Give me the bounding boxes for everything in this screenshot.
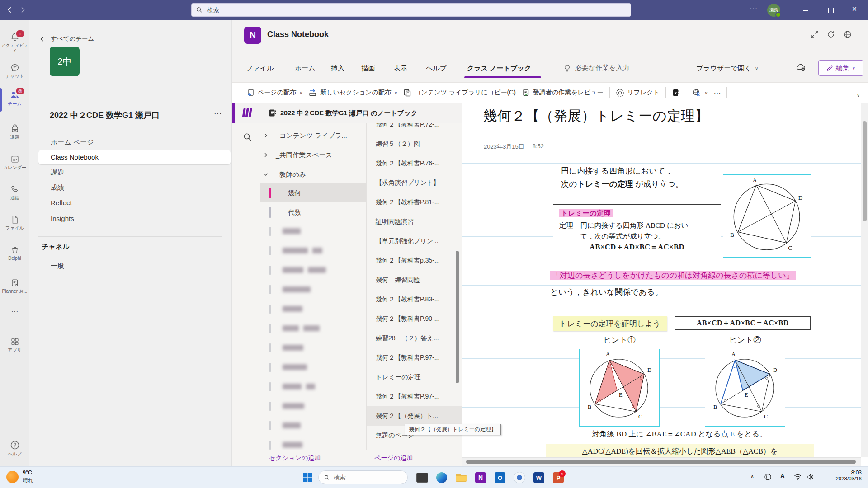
clock[interactable]: 8:03 2023/03/16 [826, 469, 862, 481]
page-list-item[interactable]: 幾何２【教科書P.72-... [367, 123, 462, 134]
immersive-reader-button[interactable]: ∨ [692, 89, 708, 97]
tray-network-icon[interactable] [764, 473, 772, 481]
sidebar-item-reflect[interactable]: Reflect [38, 196, 231, 210]
section-tab-redacted[interactable] [260, 300, 366, 319]
expand-icon[interactable] [811, 30, 819, 38]
sidebar-item-grades[interactable]: 成績 [38, 180, 231, 195]
page-list-item[interactable]: 幾何２【教科書P.76-... [367, 154, 462, 173]
rail-item-delphi[interactable]: Delphi [0, 245, 29, 261]
rail-item-calls[interactable]: 通話 [0, 184, 29, 200]
rail-item-help[interactable]: ヘルプ [0, 440, 29, 456]
page-list-item[interactable]: 証明問題演習 [367, 212, 462, 231]
rail-item-chat[interactable]: チャット [0, 63, 29, 79]
taskbar-app-skype[interactable] [512, 470, 527, 485]
tab-home[interactable]: ホーム [295, 62, 316, 74]
scrollbar-thumb[interactable] [863, 121, 867, 221]
tab-file[interactable]: ファイル [246, 62, 274, 74]
page-list-item[interactable]: 幾何２【教科書P.90-... [367, 309, 462, 328]
library-icon[interactable] [241, 108, 253, 118]
toolbar-more-icon[interactable]: ⋯ [713, 89, 721, 97]
page-list-item[interactable]: 【単元別強化プリン... [367, 231, 462, 251]
taskbar-app-onenote[interactable]: N [473, 470, 488, 485]
copy-to-content-library-button[interactable]: コンテンツ ライブラリにコピー(C) [403, 89, 516, 97]
weather-temperature[interactable]: 9°C [23, 469, 32, 476]
avatar[interactable]: 瀬義 [767, 4, 780, 17]
tell-me-box[interactable]: 必要な作業を入力 [563, 64, 630, 72]
sync-status-icon[interactable] [796, 63, 806, 72]
rail-item-apps[interactable]: アプリ [0, 337, 29, 352]
edit-button[interactable]: 編集 ∨ [818, 60, 863, 76]
taskbar-search-input[interactable] [333, 474, 402, 481]
taskbar-app-task-view[interactable] [415, 470, 429, 485]
rail-item-activity[interactable]: アクティビティ 1 [0, 32, 29, 53]
rail-item-planner[interactable]: Planner お... [0, 278, 29, 294]
horizontal-scrollbar[interactable] [462, 457, 861, 466]
weather-sun-icon[interactable] [6, 471, 19, 483]
section-tab-redacted[interactable] [260, 241, 366, 260]
all-teams-back[interactable]: すべてのチーム [39, 35, 94, 43]
close-icon[interactable]: ✕ [852, 5, 857, 13]
tab-draw[interactable]: 描画 [361, 62, 375, 74]
page-list-item-selected[interactable]: 幾何２【（発展）ト... [367, 406, 462, 426]
rail-more-icon[interactable]: ⋯ [0, 307, 29, 315]
taskbar-app-outlook[interactable]: O [493, 470, 507, 485]
notebook-view-button[interactable] [672, 89, 680, 97]
section-group-collab-space[interactable]: _共同作業スペース [260, 145, 366, 164]
rail-item-teams[interactable]: チーム @ [0, 89, 29, 106]
sidebar-item-home-page[interactable]: ホーム ページ [38, 135, 231, 150]
distribute-page-button[interactable]: ページの配布 ∨ [246, 89, 302, 97]
section-tab-redacted[interactable] [260, 338, 366, 357]
rail-item-files[interactable]: ファイル [0, 215, 29, 230]
sidebar-item-assignments[interactable]: 課題 [38, 165, 231, 179]
taskbar-search-box[interactable] [318, 470, 408, 484]
page-list-item[interactable]: 練習５（２）図 [367, 134, 462, 154]
page-canvas[interactable]: 幾何２【（発展）トレミーの定理】 2023年3月15日8:52 円に内接する四角… [462, 103, 868, 466]
vertical-scrollbar[interactable] [861, 103, 868, 457]
rail-item-assignments[interactable]: 課題 [0, 124, 29, 140]
tab-view[interactable]: 表示 [394, 62, 407, 74]
collapse-ribbon-icon[interactable]: ∨ [857, 93, 860, 98]
page-list-item[interactable]: 幾何２【教科書P.97-... [367, 348, 462, 367]
tab-class-notebook[interactable]: クラス ノートブック [467, 62, 531, 74]
maximize-icon[interactable] [828, 8, 834, 13]
taskbar-app-word[interactable]: W [532, 470, 546, 485]
section-tab-redacted[interactable] [260, 261, 366, 280]
review-student-work-button[interactable]: 受講者の作業をレビュー [522, 89, 604, 97]
section-tab-redacted[interactable] [260, 358, 366, 377]
reflect-button[interactable]: リフレクト [616, 89, 660, 97]
taskbar-app-edge[interactable] [434, 470, 449, 485]
sidebar-item-class-notebook[interactable]: Class Notebook [38, 150, 231, 164]
back-icon[interactable] [6, 6, 14, 14]
page-list-item[interactable]: 幾何２【教科書P.81-... [367, 192, 462, 212]
page-list-item[interactable]: 幾何２【教科書P.83-... [367, 290, 462, 309]
taskbar-app-powerpoint[interactable]: P 1 [551, 470, 566, 485]
refresh-icon[interactable] [827, 30, 835, 38]
globe-icon[interactable] [844, 30, 852, 38]
add-section-button[interactable]: セクションの追加 [269, 454, 321, 462]
add-page-button[interactable]: ページの追加 [374, 454, 413, 462]
team-options-icon[interactable]: ⋯ [214, 109, 222, 118]
page-list-item[interactable]: トレミーの定理 [367, 367, 462, 387]
section-tab-redacted[interactable] [260, 222, 366, 241]
section-tab-redacted[interactable] [260, 416, 366, 435]
page-list-item[interactable]: 幾何２【教科書p.35-... [367, 251, 462, 270]
open-in-browser-button[interactable]: ブラウザーで開く ∨ [696, 64, 758, 73]
minimize-icon[interactable] [803, 10, 808, 11]
search-input[interactable] [206, 6, 626, 14]
page-title[interactable]: 幾何２【（発展）トレミーの定理】 [483, 107, 709, 126]
notebook-search-icon[interactable] [243, 133, 252, 141]
page-list-item[interactable]: 幾何２【教科書P.97-... [367, 387, 462, 406]
ime-mode-icon[interactable]: A [780, 473, 785, 479]
page-list-item[interactable]: 【求角演習プリント】 [367, 173, 462, 192]
tab-help[interactable]: ヘルプ [426, 62, 447, 74]
scrollbar-thumb[interactable] [466, 460, 856, 464]
section-tab-redacted[interactable] [260, 436, 366, 450]
tab-insert[interactable]: 挿入 [331, 62, 344, 74]
distribute-section-button[interactable]: 新しいセクションの配布 ∨ [308, 89, 397, 97]
channel-general[interactable]: 一般 [38, 258, 231, 273]
section-tab-algebra[interactable]: 代数 [260, 203, 366, 222]
forward-icon[interactable] [19, 6, 26, 14]
section-group-content-library[interactable]: _コンテンツ ライブラ... [260, 126, 366, 145]
page-list-item[interactable]: 練習28 （２）答え... [367, 328, 462, 348]
section-tab-redacted[interactable] [260, 397, 366, 416]
